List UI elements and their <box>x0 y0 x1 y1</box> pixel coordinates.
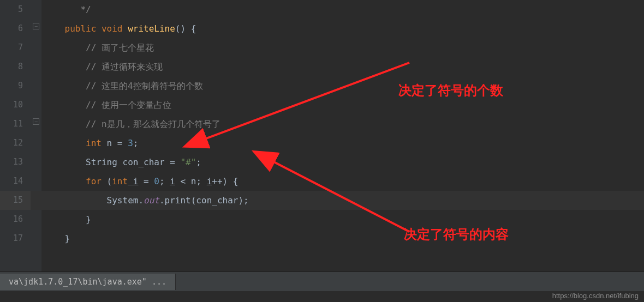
line-number: 14 <box>0 172 23 191</box>
annotation-count-label: 决定了符号的个数 <box>398 82 503 99</box>
code-line[interactable]: // 这里的4控制着符号的个数 <box>44 76 644 95</box>
line-number: 13 <box>0 153 23 172</box>
code-line[interactable]: } <box>44 229 644 248</box>
line-gutter: 5 6 7 8 9 10 11 12 13 14 15 16 17 <box>0 0 31 271</box>
bottom-bar: va\jdk1.7.0_17\bin\java.exe" ... <box>0 271 644 291</box>
watermark-text: https://blog.csdn.net/ifubing <box>552 292 639 300</box>
annotation-content-label: 决定了符号的内容 <box>404 226 509 243</box>
line-number: 12 <box>0 134 23 153</box>
line-number: 10 <box>0 95 23 114</box>
line-number: 6 <box>0 19 23 38</box>
run-tab[interactable]: va\jdk1.7.0_17\bin\java.exe" ... <box>0 274 176 290</box>
code-line[interactable]: for (int i = 0; i < n; i++) { <box>44 172 644 191</box>
line-number: 9 <box>0 76 23 95</box>
code-line[interactable]: // n是几，那么就会打几个符号了 <box>44 114 644 134</box>
code-line[interactable]: int n = 3; <box>44 134 644 153</box>
line-number: 7 <box>0 38 23 57</box>
line-number: 15 <box>0 191 23 210</box>
line-number: 16 <box>0 210 23 229</box>
code-line[interactable]: String con_char = "#"; <box>44 153 644 172</box>
code-line[interactable]: // 通过循环来实现 <box>44 57 644 76</box>
code-line[interactable]: public void writeLine() { <box>44 19 644 38</box>
line-number: 11 <box>0 114 23 134</box>
line-number: 8 <box>0 57 23 76</box>
code-line[interactable]: System.out.print(con_char); <box>44 191 644 210</box>
line-number: 5 <box>0 0 23 19</box>
code-line[interactable]: */ <box>44 0 644 19</box>
code-editor[interactable]: 5 6 7 8 9 10 11 12 13 14 15 16 17 − − */… <box>0 0 644 271</box>
code-line[interactable]: // 画了七个星花 <box>44 38 644 57</box>
code-line[interactable]: } <box>44 210 644 229</box>
code-area[interactable]: */ public void writeLine() { // 画了七个星花 /… <box>31 0 644 271</box>
code-line[interactable]: // 使用一个变量占位 <box>44 95 644 114</box>
line-number: 17 <box>0 229 23 248</box>
